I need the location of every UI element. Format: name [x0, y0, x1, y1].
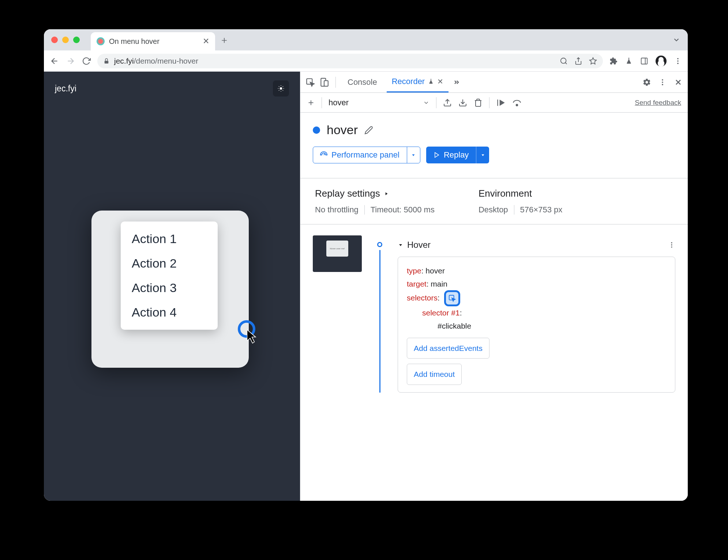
page-brand[interactable]: jec.fyi [55, 84, 76, 94]
delete-icon[interactable] [474, 98, 483, 107]
environment-heading: Environment [479, 188, 562, 199]
menu-item[interactable]: Action 2 [121, 251, 218, 276]
device-toggle-icon[interactable] [319, 77, 329, 87]
edit-title-button[interactable] [364, 126, 373, 135]
add-asserted-events-button[interactable]: Add assertedEvents [407, 338, 489, 359]
timeout-value: Timeout: 5000 ms [371, 205, 435, 215]
prop-value: : [438, 294, 440, 302]
flask-icon [428, 78, 434, 85]
prop-value[interactable]: : hover [421, 266, 445, 275]
element-picker-button[interactable] [444, 290, 460, 306]
maximize-window-button[interactable] [73, 37, 80, 43]
recorder-toolbar: hover Send feedback [300, 93, 688, 113]
selector-key: selector #1 [422, 309, 460, 317]
replay-settings-row: Replay settings No throttling Timeout: 5… [300, 178, 688, 224]
sidepanel-icon[interactable] [640, 57, 648, 65]
svg-marker-34 [500, 100, 504, 105]
step-over-icon[interactable] [512, 98, 522, 107]
perf-dropdown-icon[interactable] [407, 147, 420, 163]
star-icon[interactable] [589, 57, 597, 65]
tab-close-button[interactable]: ✕ [203, 37, 209, 46]
add-recording-button[interactable] [307, 99, 315, 107]
settings-icon[interactable] [642, 78, 651, 87]
collapse-icon[interactable] [398, 242, 404, 248]
prop-key: type [407, 266, 421, 275]
forward-button[interactable] [66, 56, 75, 66]
back-button[interactable] [50, 56, 59, 66]
timeline-node-icon [377, 242, 382, 247]
new-tab-button[interactable]: ＋ [219, 34, 229, 46]
throttling-value: No throttling [315, 205, 359, 215]
replay-settings-heading[interactable]: Replay settings [315, 188, 435, 199]
prop-value[interactable]: : main [427, 280, 447, 288]
close-devtools-icon[interactable] [674, 78, 683, 87]
url-bar[interactable]: jec.fyi/demo/menu-hover [97, 54, 603, 68]
svg-point-26 [662, 84, 663, 85]
chevron-down-icon[interactable] [423, 99, 429, 106]
browser-toolbar: jec.fyi/demo/menu-hover [44, 50, 688, 72]
zoom-icon[interactable] [560, 57, 568, 65]
svg-point-42 [671, 242, 672, 243]
recorder-main: hover Performance panel Replay [300, 113, 688, 501]
more-tabs-icon[interactable] [453, 79, 460, 86]
browser-tab[interactable]: On menu hover ✕ [91, 32, 215, 50]
reload-button[interactable] [82, 57, 91, 65]
recording-status-icon [313, 126, 320, 134]
step-more-icon[interactable] [668, 241, 675, 249]
svg-point-44 [671, 246, 672, 247]
svg-line-19 [279, 90, 279, 91]
inspect-element-icon[interactable] [305, 77, 315, 87]
share-icon[interactable] [574, 57, 582, 65]
replay-dropdown-icon[interactable] [476, 147, 489, 163]
minimize-window-button[interactable] [62, 37, 69, 43]
svg-marker-40 [385, 192, 387, 195]
gauge-icon [320, 151, 328, 159]
svg-rect-7 [641, 58, 648, 64]
devtools-panel: Console Recorder ✕ hover [300, 72, 688, 501]
performance-panel-button[interactable]: Performance panel [313, 147, 420, 163]
titlebar: On menu hover ✕ ＋ [44, 29, 688, 50]
close-window-button[interactable] [51, 37, 58, 43]
add-timeout-button[interactable]: Add timeout [407, 364, 462, 385]
tab-recorder[interactable]: Recorder ✕ [387, 72, 449, 92]
profile-avatar[interactable] [656, 56, 667, 67]
timeline-track [373, 233, 387, 393]
export-icon[interactable] [443, 98, 452, 107]
menu-icon[interactable] [674, 57, 682, 65]
svg-point-43 [671, 244, 672, 245]
svg-marker-38 [435, 152, 439, 158]
kebab-icon[interactable] [658, 78, 667, 86]
menu-item[interactable]: Action 4 [121, 300, 218, 325]
feedback-link[interactable]: Send feedback [635, 99, 681, 107]
hover-menu: Action 1 Action 2 Action 3 Action 4 [121, 222, 218, 330]
svg-marker-39 [481, 154, 484, 156]
step-name: Hover [407, 240, 431, 250]
menu-item[interactable]: Action 1 [121, 227, 218, 251]
window-controls [51, 37, 80, 43]
svg-line-16 [283, 90, 283, 91]
step-debug-icon[interactable] [496, 98, 506, 107]
prop-key: target [407, 280, 427, 288]
tab-close-icon[interactable]: ✕ [437, 77, 443, 86]
web-page: jec.fyi Hover over me! Action 1 Action 2… [44, 72, 300, 501]
svg-marker-37 [412, 154, 415, 156]
labs-icon[interactable] [625, 57, 633, 65]
tabs-dropdown-icon[interactable] [672, 36, 680, 44]
svg-point-10 [677, 60, 679, 62]
theme-toggle-button[interactable] [273, 80, 289, 97]
svg-line-15 [279, 86, 279, 87]
prop-key: selectors [407, 294, 438, 302]
replay-button[interactable]: Replay [426, 147, 489, 163]
import-icon[interactable] [458, 98, 467, 107]
svg-rect-23 [324, 80, 328, 86]
tab-console[interactable]: Console [342, 72, 382, 92]
tab-title: On menu hover [109, 37, 198, 46]
selector-value[interactable]: #clickable [438, 322, 471, 330]
menu-item[interactable]: Action 3 [121, 276, 218, 300]
svg-marker-6 [590, 57, 596, 64]
svg-point-25 [662, 82, 663, 83]
svg-marker-41 [399, 244, 402, 246]
extensions-icon[interactable] [609, 57, 618, 65]
tab-favicon [97, 37, 105, 45]
recording-selector[interactable]: hover [329, 98, 416, 107]
